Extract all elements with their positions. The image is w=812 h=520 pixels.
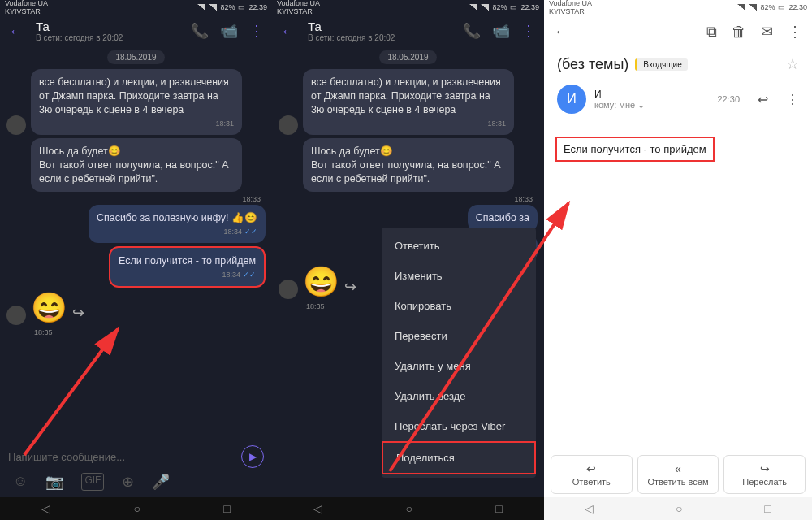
mic-icon[interactable]: 🎤 xyxy=(152,473,170,491)
mail-body-highlighted: Если получится - то прийдем xyxy=(555,136,715,162)
android-navbar: ◁○□ xyxy=(272,497,544,520)
back-arrow-icon[interactable]: ← xyxy=(554,24,568,41)
ctx-edit[interactable]: Изменить xyxy=(382,261,536,291)
reply-icon[interactable]: ↩ xyxy=(758,92,768,107)
send-button[interactable]: ▶ xyxy=(241,445,264,468)
mail-subject-row: (без темы) Входящие ☆ xyxy=(544,49,812,76)
reply-all-icon: « xyxy=(641,462,715,475)
smiley-icon[interactable]: ☺ xyxy=(13,473,28,491)
chat-header: ← ТаВ сети: сегодня в 20:02 📞 📹 ⋮ xyxy=(272,15,544,47)
android-navbar: ◁○□ xyxy=(0,497,272,520)
call-icon[interactable]: 📞 xyxy=(191,22,209,40)
contact-name[interactable]: Та xyxy=(36,20,179,33)
status-bar: Vodafone UAKYIVSTAR 82%▭22:30 xyxy=(544,0,812,15)
message-in[interactable]: Шось да будет😊 Вот такой ответ получила,… xyxy=(31,138,242,193)
reply-bar: ↩Ответить «Ответить всем ↪Переслать xyxy=(544,455,812,494)
gif-icon[interactable]: GIF xyxy=(81,473,104,491)
mail-icon[interactable]: ✉ xyxy=(761,23,773,41)
sticker[interactable]: 😄↪ xyxy=(31,291,84,325)
reply-button[interactable]: ↩Ответить xyxy=(551,455,633,494)
viber-chat-panel-1: Vodafone UAKYIVSTAR 82%▭22:39 ← ТаВ сети… xyxy=(0,0,272,520)
ctx-copy[interactable]: Копировать xyxy=(382,291,536,321)
back-arrow-icon[interactable]: ← xyxy=(280,22,296,41)
status-bar: Vodafone UAKYIVSTAR 82%▭22:39 xyxy=(272,0,544,15)
avatar[interactable] xyxy=(6,306,26,325)
read-check-icon: ✓✓ xyxy=(243,271,256,279)
video-icon[interactable]: 📹 xyxy=(492,22,510,40)
message-input[interactable]: Напишите сообщение... xyxy=(8,451,235,463)
ctx-delete-me[interactable]: Удалить у меня xyxy=(382,351,536,381)
video-icon[interactable]: 📹 xyxy=(220,22,238,40)
recipient[interactable]: кому: мне ⌄ xyxy=(594,100,709,110)
sender-avatar[interactable]: И xyxy=(557,84,586,114)
more-icon[interactable]: ⋮ xyxy=(786,92,799,107)
android-navbar: ◁○□ xyxy=(544,497,812,520)
mail-subject: (без темы) xyxy=(557,56,628,73)
online-status: В сети: сегодня в 20:02 xyxy=(36,33,179,42)
plus-icon[interactable]: ⊕ xyxy=(122,473,134,491)
read-check-icon: ✓✓ xyxy=(244,228,257,236)
viber-chat-panel-2: Vodafone UAKYIVSTAR 82%▭22:39 ← ТаВ сети… xyxy=(272,0,544,520)
ctx-translate[interactable]: Перевести xyxy=(382,321,536,351)
more-icon[interactable]: ⋮ xyxy=(249,22,264,40)
forward-icon: ↪ xyxy=(728,462,801,475)
ctx-reply[interactable]: Ответить xyxy=(382,231,536,261)
trash-icon[interactable]: 🗑 xyxy=(732,24,746,41)
call-icon[interactable]: 📞 xyxy=(463,22,481,40)
more-icon[interactable]: ⋮ xyxy=(788,23,802,41)
mail-from-row: И Икому: мне ⌄ 22:30 ↩ ⋮ xyxy=(544,76,812,122)
avatar[interactable] xyxy=(6,115,26,135)
nav-back-icon[interactable]: ◁ xyxy=(41,502,50,515)
back-arrow-icon[interactable]: ← xyxy=(8,22,24,41)
ctx-share[interactable]: Поделиться xyxy=(382,441,536,474)
message-in[interactable]: все бесплатно) и лекции, и развлечения о… xyxy=(31,69,242,135)
more-icon[interactable]: ⋮ xyxy=(521,22,536,40)
input-bar: Напишите сообщение...▶ ☺📷GIF⊕🎤 xyxy=(0,440,272,496)
nav-home-icon[interactable]: ○ xyxy=(134,502,140,515)
message-out-highlighted[interactable]: Если получится - то прийдем18:34✓✓ xyxy=(109,246,266,288)
forward-button[interactable]: ↪Переслать xyxy=(723,455,806,494)
mail-toolbar: ← ⧉ 🗑 ✉ ⋮ xyxy=(544,15,812,49)
label-chip[interactable]: Входящие xyxy=(635,58,687,71)
reply-icon: ↩ xyxy=(555,462,628,475)
nav-recent-icon[interactable]: □ xyxy=(223,502,230,515)
chevron-down-icon: ⌄ xyxy=(637,100,645,110)
star-icon[interactable]: ☆ xyxy=(786,55,799,73)
signal-icon xyxy=(197,4,205,11)
context-menu: Ответить Изменить Копировать Перевести У… xyxy=(382,228,536,478)
camera-icon[interactable]: 📷 xyxy=(45,473,63,491)
mail-time: 22:30 xyxy=(717,94,740,104)
ctx-forward-viber[interactable]: Переслать через Viber xyxy=(382,411,536,441)
reply-all-button[interactable]: «Ответить всем xyxy=(637,455,719,494)
message-out[interactable]: Спасибо за полезную инфу! 👍😊18:34✓✓ xyxy=(89,205,266,243)
chat-header: ← ТаВ сети: сегодня в 20:02 📞 📹 ⋮ xyxy=(0,15,272,47)
sender-name: И xyxy=(594,89,709,100)
ctx-delete-all[interactable]: Удалить везде xyxy=(382,381,536,411)
date-divider: 18.05.2019 xyxy=(107,50,164,64)
signal-icon xyxy=(209,4,217,11)
archive-icon[interactable]: ⧉ xyxy=(706,24,717,41)
forward-icon[interactable]: ↪ xyxy=(72,305,84,321)
status-bar: Vodafone UAKYIVSTAR 82%▭22:39 xyxy=(0,0,272,15)
gmail-panel: Vodafone UAKYIVSTAR 82%▭22:30 ← ⧉ 🗑 ✉ ⋮ … xyxy=(544,0,812,520)
